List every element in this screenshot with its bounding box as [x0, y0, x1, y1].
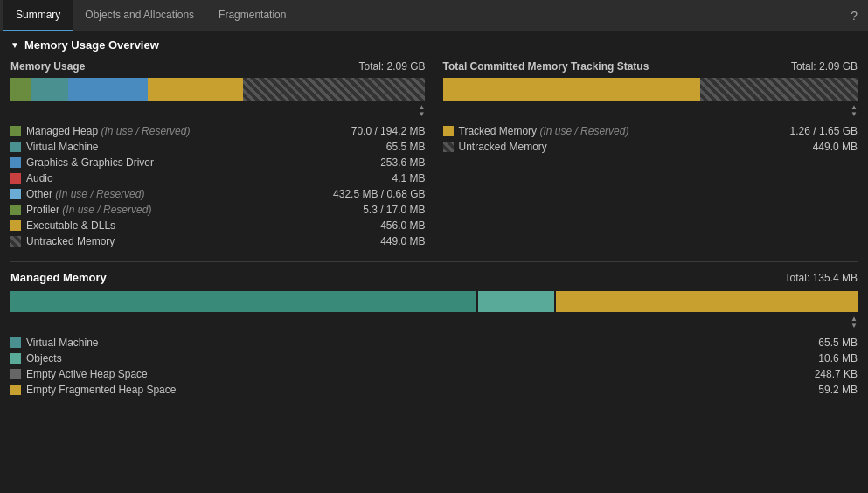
vm-managed-bar — [10, 291, 476, 312]
committed-title: Total Committed Memory Tracking Status — [443, 60, 649, 73]
untracked-committed-swatch — [443, 142, 454, 152]
fragmented-heap-value: 59.2 MB — [818, 384, 858, 396]
memory-usage-title-row: Memory Usage Total: 2.09 GB — [10, 60, 426, 73]
legend-managed-heap: Managed Heap (In use / Reserved) 70.0 / … — [10, 123, 426, 139]
profiler-value: 5.3 / 17.0 MB — [363, 204, 425, 216]
untracked-value: 449.0 MB — [380, 235, 425, 247]
legend-virtual-machine: Virtual Machine 65.5 MB — [10, 139, 426, 155]
committed-legend: Tracked Memory (In use / Reserved) 1.26 … — [443, 123, 858, 155]
managed-heap-swatch — [10, 126, 21, 136]
managed-legend-vm: Virtual Machine 65.5 MB — [10, 335, 858, 351]
fragmented-managed-bar — [556, 291, 858, 312]
managed-title: Managed Memory — [10, 271, 107, 284]
active-heap-value: 248.7 KB — [815, 368, 858, 380]
executable-bar — [148, 78, 243, 101]
committed-memory-section: Total Committed Memory Tracking Status T… — [443, 60, 858, 249]
untracked-committed-label: Untracked Memory — [459, 141, 806, 153]
virtual-machine-bar — [31, 78, 69, 101]
untracked-committed-value: 449.0 MB — [813, 141, 858, 153]
committed-memory-bar — [443, 78, 858, 101]
section-divider — [10, 261, 858, 262]
legend-executable: Executable & DLLs 456.0 MB — [10, 218, 426, 233]
section-header: ▼ Memory Usage Overview — [10, 38, 858, 52]
tab-objects[interactable]: Objects and Allocations — [73, 0, 206, 31]
managed-total: Total: 135.4 MB — [785, 272, 858, 284]
section-title: Memory Usage Overview — [24, 38, 159, 52]
tracked-label: Tracked Memory (In use / Reserved) — [459, 125, 783, 137]
legend-untracked: Untracked Memory 449.0 MB — [10, 233, 426, 249]
legend-graphics: Graphics & Graphics Driver 253.6 MB — [10, 155, 426, 170]
scroll-arrows-right: ▲ ▼ — [443, 104, 858, 118]
tab-fragmentation[interactable]: Fragmentation — [206, 0, 298, 31]
legend-profiler: Profiler (In use / Reserved) 5.3 / 17.0 … — [10, 202, 426, 218]
tracked-bar — [443, 78, 700, 101]
managed-vm-label: Virtual Machine — [26, 337, 811, 349]
profiler-swatch — [10, 205, 21, 215]
fragmented-heap-label: Empty Fragmented Heap Space — [26, 384, 811, 396]
objects-swatch — [10, 353, 21, 364]
tab-bar: Summary Objects and Allocations Fragment… — [0, 0, 868, 31]
objects-value: 10.6 MB — [818, 352, 858, 365]
memory-usage-total: Total: 2.09 GB — [358, 60, 425, 73]
fragmented-heap-swatch — [10, 385, 21, 395]
untracked-committed-bar — [700, 78, 858, 101]
active-heap-swatch — [10, 369, 21, 379]
scroll-down-managed[interactable]: ▼ — [851, 323, 858, 330]
committed-total: Total: 2.09 GB — [791, 60, 858, 73]
tab-summary[interactable]: Summary — [3, 0, 73, 31]
scroll-arrows-left: ▲ ▼ — [10, 104, 426, 118]
tracked-value: 1.26 / 1.65 GB — [790, 125, 858, 137]
managed-heap-bar — [10, 78, 31, 101]
virtual-machine-swatch — [10, 142, 21, 152]
legend-other: Other (In use / Reserved) 432.5 MB / 0.6… — [10, 186, 426, 202]
graphics-label: Graphics & Graphics Driver — [26, 156, 373, 169]
memory-usage-bar — [10, 78, 426, 101]
untracked-swatch — [10, 236, 21, 246]
audio-swatch — [10, 173, 21, 184]
main-content: ▼ Memory Usage Overview Memory Usage Tot… — [0, 31, 868, 405]
memory-usage-title: Memory Usage — [10, 60, 85, 73]
untracked-label: Untracked Memory — [26, 235, 373, 247]
memory-usage-legend: Managed Heap (In use / Reserved) 70.0 / … — [10, 123, 426, 249]
other-swatch — [10, 189, 21, 199]
executable-label: Executable & DLLs — [26, 219, 373, 232]
tracked-swatch — [443, 126, 454, 136]
legend-audio: Audio 4.1 MB — [10, 170, 426, 186]
managed-legend-active-heap: Empty Active Heap Space 248.7 KB — [10, 366, 858, 382]
scroll-arrows-managed: ▲ ▼ — [10, 316, 858, 330]
help-icon[interactable]: ? — [844, 5, 865, 26]
audio-value: 4.1 MB — [392, 172, 425, 184]
active-heap-label: Empty Active Heap Space — [26, 368, 808, 380]
objects-managed-bar — [478, 291, 554, 312]
memory-usage-section: Memory Usage Total: 2.09 GB ▲ ▼ Managed … — [10, 60, 426, 249]
virtual-machine-value: 65.5 MB — [386, 141, 426, 153]
objects-label: Objects — [26, 352, 811, 365]
untracked-bar — [243, 78, 426, 101]
scroll-down[interactable]: ▼ — [419, 111, 426, 118]
profiler-label: Profiler (In use / Reserved) — [26, 204, 356, 216]
scroll-down-right[interactable]: ▼ — [851, 111, 858, 118]
graphics-swatch — [10, 157, 21, 168]
managed-legend: Virtual Machine 65.5 MB Objects 10.6 MB … — [10, 335, 858, 398]
graphics-bar — [68, 78, 147, 101]
other-value: 432.5 MB / 0.68 GB — [333, 188, 425, 200]
executable-swatch — [10, 220, 21, 231]
audio-label: Audio — [26, 172, 385, 184]
executable-value: 456.0 MB — [380, 219, 425, 232]
legend-untracked-committed: Untracked Memory 449.0 MB — [443, 139, 858, 155]
managed-vm-swatch — [10, 337, 21, 348]
legend-tracked: Tracked Memory (In use / Reserved) 1.26 … — [443, 123, 858, 139]
committed-title-row: Total Committed Memory Tracking Status T… — [443, 60, 858, 73]
other-label: Other (In use / Reserved) — [26, 188, 326, 200]
managed-legend-objects: Objects 10.6 MB — [10, 351, 858, 366]
managed-legend-fragmented-heap: Empty Fragmented Heap Space 59.2 MB — [10, 382, 858, 398]
managed-heap-label: Managed Heap (In use / Reserved) — [26, 125, 344, 137]
virtual-machine-label: Virtual Machine — [26, 141, 379, 153]
memory-overview-columns: Memory Usage Total: 2.09 GB ▲ ▼ Managed … — [10, 60, 858, 249]
managed-memory-bar — [10, 291, 858, 312]
managed-heap-value: 70.0 / 194.2 MB — [351, 125, 426, 137]
graphics-value: 253.6 MB — [380, 156, 425, 169]
collapse-arrow[interactable]: ▼ — [10, 40, 19, 50]
managed-vm-value: 65.5 MB — [818, 337, 858, 349]
managed-title-row: Managed Memory Total: 135.4 MB — [10, 271, 858, 284]
